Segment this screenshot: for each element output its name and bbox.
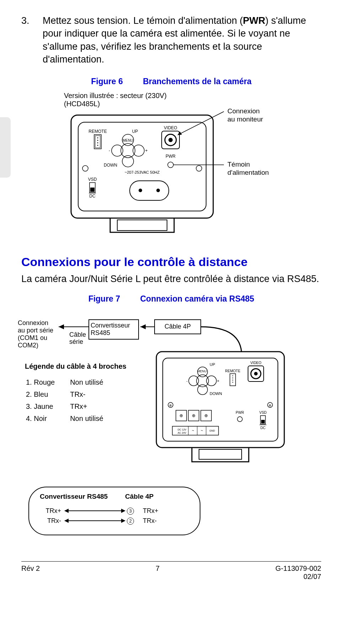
wiring-r0-left: TRx+ [40,507,65,515]
f7-dc12v: DC 12V [178,428,187,431]
step-text: Mettez sous tension. Le témoin d'aliment… [43,14,321,66]
svg-point-15 [122,156,134,167]
svg-point-7 [97,137,98,138]
f7-vsd: VSD [259,411,267,415]
flow-serial-4: COM2) [18,342,38,349]
wiring-head-left: Convertisseur RS485 [40,493,125,500]
svg-text:⊕: ⊕ [204,413,208,418]
flow-cable-2: série [69,338,83,345]
callout-monitor-2: au moniteur [227,115,263,123]
footer-page: 7 [156,564,160,581]
wiring-r1-pin: 2 [125,517,136,525]
svg-point-10 [97,145,98,146]
label-dc: DC [89,194,96,199]
f7-remote: REMOTE [225,369,241,373]
f7-pwr: PWR [236,411,244,415]
section-heading: Connexions pour le contrôle à distance [21,255,321,269]
legend-r1-v: TRx- [70,389,117,400]
f7-minus: - [186,379,188,383]
label-menu: MENU [123,139,133,142]
figure6-diagram: REMOTE UP MENU - + DOWN VIDEO PWR ~2 [64,108,313,239]
svg-rect-2 [117,220,167,231]
svg-point-49 [232,375,233,376]
label-up: UP [132,129,138,134]
section-body: La caméra Jour/Nuit Série L peut être co… [21,272,321,285]
svg-text:⊕: ⊕ [269,404,271,407]
label-voltage: ~207-253VAC 50HZ [125,170,160,174]
wiring-box: Convertisseur RS485 Câble 4P TRx+ 3 TRx+… [28,487,200,535]
f7-gnd: GND [209,429,215,432]
step-3: 3. Mettez sous tension. Le témoin d'alim… [21,14,321,66]
wiring-head: Convertisseur RS485 Câble 4P [40,493,189,500]
legend-r2-n: 3. Jaune [26,401,69,412]
svg-point-51 [232,380,233,380]
wiring-r1-left: TRx- [40,517,65,525]
wiring-r0-right: TRx+ [136,507,158,515]
legend-r2-v: TRx+ [70,401,117,412]
f7-tilde2: ~ [201,429,203,433]
svg-point-55 [254,372,258,375]
svg-point-18 [168,138,173,142]
legend-table: 1. RougeNon utilisé 2. BleuTRx- 3. Jaune… [25,376,118,425]
figure6-note2: (HCD485L) [64,100,321,108]
svg-point-25 [156,189,160,192]
label-down: DOWN [104,163,117,168]
legend-r0-n: 1. Rouge [26,377,69,388]
figure6-caption: Figure 6 Branchements de la caméra [21,77,321,86]
svg-point-24 [139,189,142,192]
svg-rect-68 [261,420,265,423]
legend-r1-n: 2. Bleu [26,389,69,400]
wiring-rows: TRx+ 3 TRx+ TRx- 2 TRx- [40,506,189,526]
svg-rect-36 [156,352,284,448]
footer-rev: Rév 2 [21,564,40,581]
step-text-a: Mettez sous tension. Le témoin d'aliment… [43,15,243,26]
page-footer: Rév 2 7 G-113079-002 02/07 [21,561,321,581]
callout-power-2: d'alimentation [227,169,269,176]
f7-video: VIDEO [250,361,261,365]
label-plus: + [145,148,147,153]
wiring-r1-right: TRx- [136,517,157,525]
figure7-title: Connexion caméra via RS485 [140,294,254,303]
flow-serial-2: au port série [18,327,53,334]
flow-serial-1: Connexion [18,319,48,326]
side-tab [0,117,11,178]
label-pwr: PWR [166,154,176,159]
label-video: VIDEO [164,125,177,130]
figure6-title: Branchements de la caméra [143,77,252,86]
footer-docnum: G-113079-002 [275,564,321,573]
svg-point-3 [82,166,88,171]
flow-conv-2: RS485 [91,329,110,336]
legend-r3-n: 4. Noir [26,413,69,424]
svg-marker-30 [59,324,64,329]
figure7-label: Figure 7 [88,294,120,304]
f7-menu: MENU [197,369,207,373]
flow-cable4p: Câble 4P [165,323,191,330]
f7-plus: + [217,379,219,383]
figure6-note1: Version illustrée : secteur (230V) [64,92,321,100]
svg-point-13 [133,145,144,156]
flow-serial-3: (COM1 ou [18,334,47,341]
svg-point-50 [232,378,233,378]
svg-text:⊕: ⊕ [179,413,183,418]
svg-rect-23 [130,181,169,200]
f7-tilde1: ~ [192,429,194,433]
svg-rect-21 [90,188,95,192]
wiring-r0-pin: 3 [125,507,136,515]
callout-power-1: Témoin [227,161,250,168]
flow-conv-1: Convertisseur [91,322,130,329]
footer-right: G-113079-002 02/07 [275,564,321,581]
figure6-wrap: Version illustrée : secteur (230V) (HCD4… [64,92,321,241]
footer-date: 02/07 [275,573,321,581]
f7-down: DOWN [210,391,222,396]
wiring-row-0: TRx+ 3 TRx+ [40,506,189,516]
step-number: 3. [21,14,43,66]
page-content: 3. Mettez sous tension. Le témoin d'alim… [0,0,339,591]
figure6-label: Figure 6 [91,77,123,86]
label-vsd: VSD [88,177,97,182]
svg-point-12 [112,145,123,156]
f7-up: UP [210,362,215,367]
f7-ac24v: AC 24V [178,432,186,434]
legend-title: Légende du câble à 4 broches [25,362,127,370]
f7-dc: DC [260,426,265,430]
callout-monitor-1: Connexion [227,108,260,115]
